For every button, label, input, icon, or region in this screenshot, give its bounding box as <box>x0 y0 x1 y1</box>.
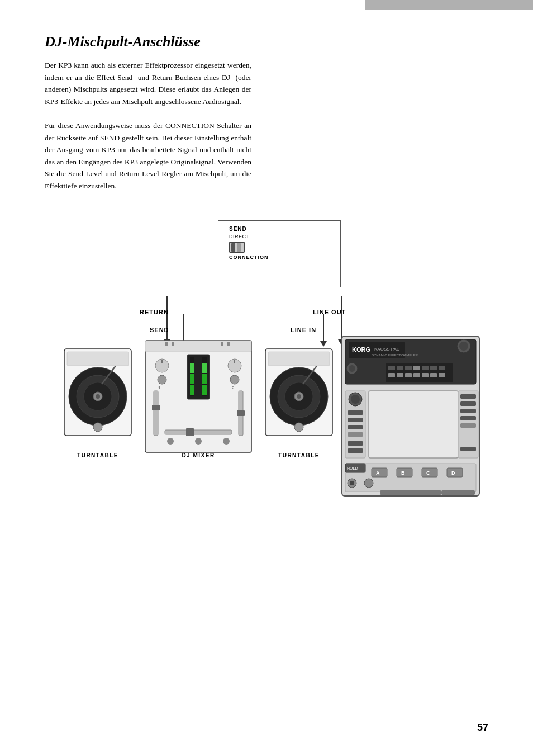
line-out-label: LINE OUT <box>313 309 346 315</box>
svg-point-23 <box>158 375 166 384</box>
svg-point-107 <box>364 479 373 488</box>
svg-rect-16 <box>190 374 194 384</box>
svg-text:D: D <box>451 470 455 476</box>
svg-point-80 <box>351 395 360 404</box>
svg-rect-74 <box>422 373 429 377</box>
svg-rect-8 <box>67 352 129 366</box>
paragraph-1: Der KP3 kann auch als externer Effektpro… <box>45 59 251 107</box>
svg-rect-64 <box>397 366 403 370</box>
switch-area: SEND DIRECT CONNECTION <box>229 225 269 261</box>
svg-rect-83 <box>348 425 363 429</box>
connection-label-switch: CONNECTION <box>229 254 269 260</box>
svg-rect-20 <box>202 363 207 373</box>
svg-rect-40 <box>221 342 223 346</box>
svg-text:C: C <box>426 470 430 476</box>
svg-rect-38 <box>165 342 168 346</box>
svg-text:KORG: KORG <box>352 346 370 353</box>
svg-rect-90 <box>460 409 476 413</box>
svg-point-51 <box>294 423 303 432</box>
diagram-section: SEND DIRECT CONNECTION RETURN LINE OUT <box>45 215 488 528</box>
svg-rect-11 <box>145 341 251 352</box>
svg-rect-91 <box>460 416 476 420</box>
svg-point-59 <box>349 365 355 372</box>
svg-text:A: A <box>376 470 380 476</box>
return-arrow <box>166 296 168 341</box>
svg-rect-29 <box>152 405 160 410</box>
svg-rect-108 <box>380 490 441 495</box>
svg-rect-86 <box>348 448 363 453</box>
svg-rect-66 <box>413 366 420 370</box>
svg-rect-67 <box>422 366 429 370</box>
switch-toggle <box>229 242 269 253</box>
svg-rect-92 <box>460 423 476 428</box>
svg-point-47 <box>297 394 301 399</box>
svg-point-61 <box>459 342 468 351</box>
svg-point-5 <box>96 394 100 399</box>
svg-rect-17 <box>190 363 194 373</box>
svg-rect-68 <box>430 366 437 370</box>
svg-rect-76 <box>439 373 445 377</box>
paragraph-2: Für diese Anwendungsweise muss der CONNE… <box>45 120 251 192</box>
svg-text:DYNAMIC EFFECT/SAMPLER: DYNAMIC EFFECT/SAMPLER <box>372 353 418 357</box>
line-in-arrow <box>323 314 324 342</box>
svg-rect-72 <box>405 373 412 377</box>
send-label-switch: SEND <box>229 225 269 233</box>
kp3-device: KORG KAOSS PAD DYNAMIC EFFECT/SAMPLER <box>341 335 480 497</box>
page-title: DJ-Mischpult-Anschlüsse <box>45 34 488 50</box>
svg-text:B: B <box>401 470 405 476</box>
svg-rect-15 <box>190 385 194 395</box>
svg-text:1: 1 <box>158 385 161 390</box>
svg-point-35 <box>223 438 230 445</box>
svg-rect-73 <box>413 373 420 377</box>
svg-rect-82 <box>348 418 363 422</box>
page-number: 57 <box>477 722 488 734</box>
turntable-right-label: TURNTABLE <box>263 452 335 459</box>
turntable-right <box>263 346 335 447</box>
svg-point-33 <box>167 438 174 445</box>
svg-rect-41 <box>227 342 230 346</box>
svg-rect-39 <box>172 342 174 346</box>
svg-rect-30 <box>237 410 245 416</box>
line-in-label: LINE IN <box>291 327 316 333</box>
send-label: SEND <box>150 327 169 333</box>
svg-rect-32 <box>186 428 194 436</box>
line-out-arrow <box>341 296 342 341</box>
svg-rect-71 <box>397 373 403 377</box>
svg-text:HOLD: HOLD <box>347 466 358 470</box>
svg-rect-27 <box>154 391 158 436</box>
top-bar-decoration <box>365 0 533 10</box>
page: DJ-Mischpult-Anschlüsse Der KP3 kann auc… <box>0 0 533 756</box>
direct-label-switch: DIRECT <box>229 233 269 240</box>
svg-point-9 <box>93 423 102 432</box>
svg-rect-70 <box>388 373 395 377</box>
svg-rect-31 <box>165 430 232 434</box>
svg-rect-65 <box>405 366 412 370</box>
svg-rect-18 <box>202 385 207 395</box>
dj-mixer: 1 2 <box>142 338 254 450</box>
svg-rect-75 <box>430 373 437 377</box>
svg-rect-81 <box>348 410 363 415</box>
svg-rect-84 <box>348 432 363 437</box>
svg-point-26 <box>230 375 239 384</box>
svg-rect-77 <box>369 391 458 458</box>
svg-rect-69 <box>439 366 445 370</box>
svg-rect-93 <box>460 447 476 451</box>
turntable-left-label: TURNTABLE <box>61 452 134 459</box>
svg-rect-63 <box>388 366 395 370</box>
dj-mixer-label: DJ MIXER <box>142 452 254 459</box>
svg-rect-89 <box>460 401 476 406</box>
return-label: RETURN <box>140 309 169 315</box>
svg-rect-50 <box>268 352 330 366</box>
svg-rect-109 <box>441 490 475 495</box>
svg-point-34 <box>195 438 202 445</box>
svg-point-106 <box>350 481 354 485</box>
svg-text:KAOSS PAD: KAOSS PAD <box>374 347 400 352</box>
body-text: Der KP3 kann auch als externer Effektpro… <box>45 59 251 192</box>
turntable-left <box>61 346 134 447</box>
svg-text:2: 2 <box>232 385 235 390</box>
svg-rect-88 <box>460 394 476 399</box>
svg-rect-19 <box>202 374 207 384</box>
svg-rect-85 <box>348 441 363 446</box>
